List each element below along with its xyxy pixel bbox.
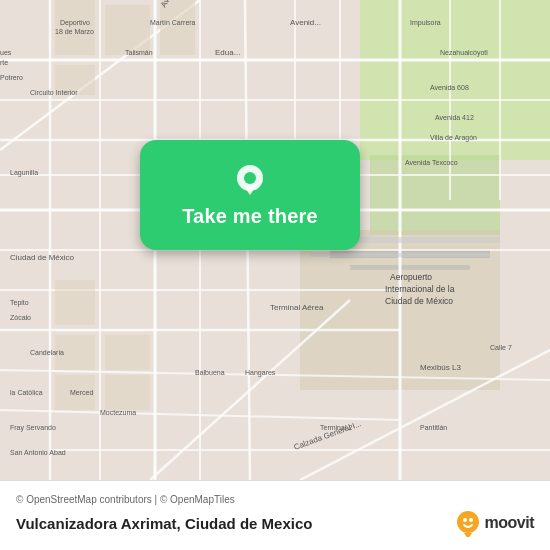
svg-text:Ciudad de México: Ciudad de México xyxy=(385,296,453,306)
svg-text:Tepito: Tepito xyxy=(10,299,29,307)
svg-text:rte: rte xyxy=(0,59,8,66)
pin-icon xyxy=(232,163,268,199)
svg-text:Hangares: Hangares xyxy=(245,369,276,377)
svg-text:Moctezuma: Moctezuma xyxy=(100,409,136,416)
svg-text:Mexibús L3: Mexibús L3 xyxy=(420,363,461,372)
svg-text:Impulsora: Impulsora xyxy=(410,19,441,27)
svg-text:Merced: Merced xyxy=(70,389,93,396)
svg-rect-34 xyxy=(55,280,95,325)
svg-text:Villa de Aragón: Villa de Aragón xyxy=(430,134,477,142)
svg-text:18 de Marzo: 18 de Marzo xyxy=(55,28,94,35)
svg-text:Nezahualcóyotl: Nezahualcóyotl xyxy=(440,49,488,57)
svg-text:ues: ues xyxy=(0,49,12,56)
svg-text:Aeropuerto: Aeropuerto xyxy=(390,272,432,282)
moovit-icon xyxy=(454,509,482,537)
svg-point-81 xyxy=(244,172,256,184)
svg-text:Zócalo: Zócalo xyxy=(10,314,31,321)
svg-text:Lagunilla: Lagunilla xyxy=(10,169,38,177)
svg-text:Balbuena: Balbuena xyxy=(195,369,225,376)
location-name: Vulcanizadora Axrimat, Ciudad de Mexico xyxy=(16,515,312,532)
svg-text:Ciudad de México: Ciudad de México xyxy=(10,253,75,262)
svg-rect-5 xyxy=(350,265,470,270)
svg-text:Avenida 412: Avenida 412 xyxy=(435,114,474,121)
svg-text:Avenida 608: Avenida 608 xyxy=(430,84,469,91)
svg-text:Fray Servando: Fray Servando xyxy=(10,424,56,432)
svg-text:Potrero: Potrero xyxy=(0,74,23,81)
svg-text:Terminal Aérea: Terminal Aérea xyxy=(270,303,324,312)
take-me-there-button[interactable]: Take me there xyxy=(140,140,360,250)
svg-text:Candelaria: Candelaria xyxy=(30,349,64,356)
svg-text:Martín Carrera: Martín Carrera xyxy=(150,19,196,26)
svg-point-85 xyxy=(469,518,473,522)
attribution-text: © OpenStreetMap contributors | © OpenMap… xyxy=(16,494,534,505)
moovit-brand-text: moovit xyxy=(485,514,534,532)
svg-text:Circuito Interior: Circuito Interior xyxy=(30,89,78,96)
svg-text:Calle 7: Calle 7 xyxy=(490,344,512,351)
moovit-logo: moovit xyxy=(454,509,534,537)
svg-text:Avenida Texcoco: Avenida Texcoco xyxy=(405,159,458,166)
svg-rect-37 xyxy=(105,335,150,370)
svg-text:Eduа...: Eduа... xyxy=(215,48,240,57)
svg-point-84 xyxy=(463,518,467,522)
svg-marker-86 xyxy=(464,533,472,537)
svg-rect-38 xyxy=(105,375,150,410)
svg-text:la Católica: la Católica xyxy=(10,389,43,396)
info-bar: © OpenStreetMap contributors | © OpenMap… xyxy=(0,480,550,550)
map-view: Avenida Congreso de la Unión Circuito In… xyxy=(0,0,550,480)
svg-text:Internacional de la: Internacional de la xyxy=(385,284,455,294)
svg-rect-2 xyxy=(370,155,500,235)
svg-text:San Antonio Abad: San Antonio Abad xyxy=(10,449,66,456)
svg-text:Deportivo: Deportivo xyxy=(60,19,90,27)
svg-rect-31 xyxy=(105,5,150,55)
svg-text:Talismán: Talismán xyxy=(125,49,153,56)
svg-text:Avenid...: Avenid... xyxy=(290,18,321,27)
svg-text:Pantitlán: Pantitlán xyxy=(420,424,447,431)
svg-point-83 xyxy=(457,511,479,533)
button-label: Take me there xyxy=(182,205,318,228)
